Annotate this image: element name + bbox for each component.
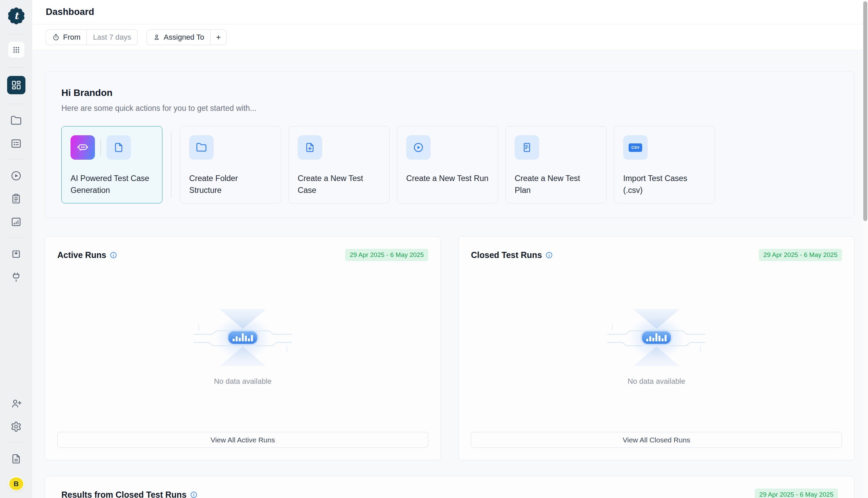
user-plus-icon[interactable] <box>10 397 22 409</box>
runs-row: Active Runs 29 Apr 2025 - 6 May 2025 <box>45 236 854 460</box>
layout-dashboard-icon <box>11 80 21 90</box>
sidebar-divider <box>8 67 25 68</box>
from-filter-button[interactable]: From <box>46 30 87 45</box>
empty-state: No data available <box>57 261 428 432</box>
date-range-value-button[interactable]: Last 7 days <box>87 30 137 45</box>
ai-bot-icon <box>70 135 95 160</box>
sidebar-divider <box>8 159 25 159</box>
quick-action-ai-test-case-generation[interactable]: AI Powered Test Case Generation <box>61 126 162 204</box>
date-range-badge: 29 Apr 2025 - 6 May 2025 <box>345 249 428 261</box>
quick-action-create-test-case[interactable]: Create a New Test Case <box>289 126 390 204</box>
no-data-text: No data available <box>628 377 685 386</box>
quick-actions-separator <box>171 132 172 198</box>
no-data-text: No data available <box>214 377 272 386</box>
scrollbar-track[interactable] <box>863 0 868 498</box>
clipboard-list-icon[interactable] <box>10 193 22 205</box>
quick-action-create-test-plan[interactable]: Create a New Test Plan <box>505 126 607 204</box>
plug-icon[interactable] <box>10 271 22 283</box>
bar-chart-pill-icon <box>228 331 258 344</box>
sidebar-divider <box>8 237 25 238</box>
no-data-illustration <box>606 307 707 368</box>
quick-action-import-test-cases[interactable]: CSV Import Test Cases (.csv) <box>614 126 715 204</box>
scrollbar-thumb[interactable] <box>863 1 867 221</box>
add-filter-button[interactable]: + <box>210 30 226 45</box>
assigned-filter-group: Assigned To + <box>146 29 226 45</box>
sidebar-divider <box>8 104 25 104</box>
page-title: Dashboard <box>46 7 94 17</box>
date-range-badge: 29 Apr 2025 - 6 May 2025 <box>759 249 842 261</box>
csv-icon: CSV <box>623 135 648 160</box>
info-icon[interactable] <box>190 491 197 498</box>
results-title: Results from Closed Test Runs <box>61 490 186 498</box>
test-case-list-icon[interactable] <box>10 137 22 149</box>
brand-logo[interactable]: t <box>8 8 25 24</box>
apps-grid-icon[interactable] <box>8 42 24 58</box>
welcome-subtitle: Here are some quick actions for you to g… <box>61 102 838 114</box>
folder-icon <box>189 135 214 160</box>
quick-action-create-folder-structure[interactable]: Create Folder Structure <box>180 126 281 204</box>
sidebar-divider <box>8 442 25 442</box>
file-lines-icon <box>515 135 539 160</box>
no-data-illustration <box>192 307 294 368</box>
document-icon[interactable] <box>10 453 22 465</box>
info-icon[interactable] <box>545 251 553 259</box>
play-circle-icon <box>406 135 431 160</box>
play-circle-icon[interactable] <box>10 170 22 182</box>
person-icon <box>153 34 160 41</box>
dashboard-content: Hi Brandon Here are some quick actions f… <box>32 51 868 498</box>
info-icon[interactable] <box>110 251 117 259</box>
quick-actions-panel: Hi Brandon Here are some quick actions f… <box>45 71 854 218</box>
import-tray-icon[interactable] <box>10 248 22 260</box>
main-area: Dashboard From Last 7 days <box>32 0 868 498</box>
sidebar-item-dashboard-active[interactable] <box>7 76 25 94</box>
quick-action-create-test-run[interactable]: Create a New Test Run <box>397 126 498 204</box>
file-plus-icon <box>298 135 322 160</box>
user-avatar[interactable]: B <box>8 476 24 491</box>
bar-chart-box-icon[interactable] <box>10 215 22 228</box>
settings-gear-icon[interactable] <box>10 420 22 433</box>
avatar-initial: B <box>14 480 19 488</box>
sidebar-divider <box>8 34 25 34</box>
folder-icon[interactable] <box>10 114 22 127</box>
filter-bar: From Last 7 days Assigned To + <box>32 24 868 51</box>
view-all-closed-runs-button[interactable]: View All Closed Runs <box>471 432 842 448</box>
tile-divider <box>100 139 101 156</box>
stopwatch-icon <box>52 34 60 41</box>
sidebar: t <box>0 0 32 498</box>
app-window: t <box>0 0 868 498</box>
from-filter-label: From <box>63 33 80 42</box>
file-icon <box>106 135 131 160</box>
closed-runs-title: Closed Test Runs <box>471 250 542 260</box>
quick-actions-row: AI Powered Test Case Generation Create F… <box>61 126 838 204</box>
closed-runs-card: Closed Test Runs 29 Apr 2025 - 6 May 202… <box>458 236 854 460</box>
topbar: Dashboard <box>32 0 868 24</box>
results-closed-runs-panel: Results from Closed Test Runs 29 Apr 202… <box>45 476 854 498</box>
assigned-to-filter-button[interactable]: Assigned To <box>147 30 210 45</box>
assigned-to-label: Assigned To <box>164 33 204 42</box>
date-range-badge: 29 Apr 2025 - 6 May 2025 <box>755 488 838 498</box>
date-filter-group: From Last 7 days <box>46 29 138 45</box>
empty-state: No data available <box>471 261 842 432</box>
active-runs-card: Active Runs 29 Apr 2025 - 6 May 2025 <box>45 236 441 460</box>
welcome-greeting: Hi Brandon <box>61 87 838 99</box>
bar-chart-pill-icon <box>642 331 671 344</box>
active-runs-title: Active Runs <box>57 250 106 260</box>
view-all-active-runs-button[interactable]: View All Active Runs <box>57 432 428 448</box>
